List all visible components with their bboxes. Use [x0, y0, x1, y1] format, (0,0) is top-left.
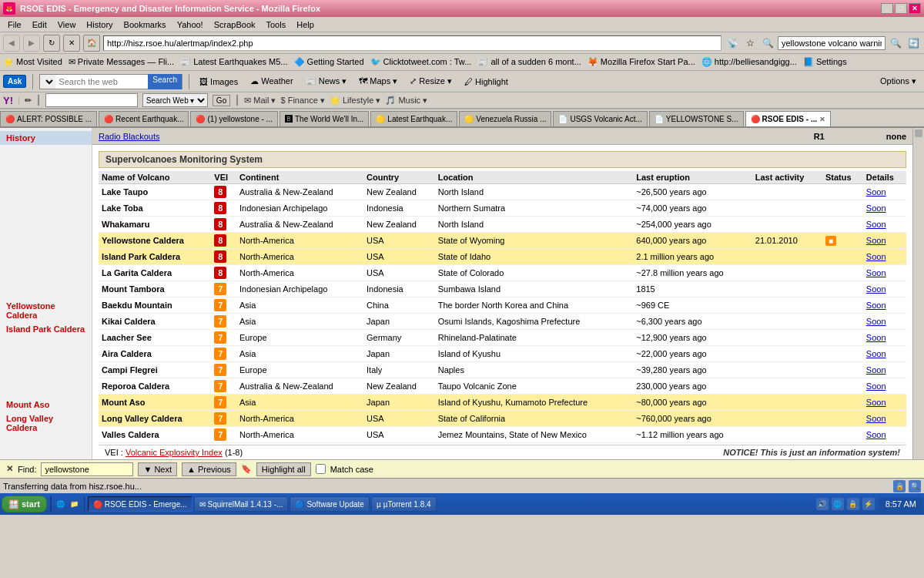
sidebar-item-long-valley[interactable]: Long Valley Caldera [0, 412, 92, 435]
find-match-case-checkbox[interactable] [316, 464, 326, 474]
address-bar[interactable] [103, 35, 721, 51]
ask-button[interactable]: Ask [3, 75, 26, 88]
weather-button[interactable]: ☁ Weather [246, 74, 296, 89]
radio-blackouts-link[interactable]: Radio Blackouts [99, 132, 160, 141]
maps-button[interactable]: 🗺 Maps ▾ [355, 74, 401, 89]
menu-scrapbook[interactable]: ScrapBook [209, 18, 260, 31]
bookmark-clicktotweet[interactable]: 🐦 Clicktotweet.com : Tw... [370, 57, 472, 67]
tab-yellowstone2[interactable]: 📄 YELLOWSTONE S... [649, 111, 744, 126]
bookmark-most-visited[interactable]: ⭐ Most Visited [3, 57, 62, 67]
browser-search-input[interactable] [778, 36, 886, 50]
search-go-icon[interactable]: 🔍 [888, 35, 903, 51]
yahoo-search-input[interactable] [45, 93, 138, 107]
table-row: Aira Caldera 7 Asia Japan Island of Kyus… [99, 346, 906, 362]
forward-button[interactable]: ▶ [23, 35, 40, 52]
tab-venezuela[interactable]: 🟡 Venezuela Russia ... [459, 111, 551, 126]
find-input[interactable] [41, 462, 133, 476]
volcano-country-cell: New Zealand [363, 184, 435, 200]
volcano-location-cell: Island of Kyushu [435, 346, 634, 362]
menu-tools[interactable]: Tools [262, 18, 291, 31]
volcano-details-cell: Soon [863, 378, 906, 395]
rss-icon[interactable]: 📡 [725, 35, 740, 51]
sidebar-item-history[interactable]: History [0, 131, 92, 145]
menu-view[interactable]: View [53, 18, 81, 31]
news-button[interactable]: 📰 News ▾ [302, 74, 351, 89]
tray-icon-3[interactable]: 🔒 [847, 498, 859, 510]
yahoo-go-button[interactable]: Go [213, 95, 230, 106]
yahoo-lifestyle[interactable]: 🌟 Lifestyle ▾ [330, 96, 380, 106]
stop-button[interactable]: ✕ [63, 35, 80, 52]
toolbar-search-button[interactable]: Search [148, 74, 182, 89]
close-button[interactable]: ✕ [909, 3, 921, 14]
tab-latest-eq[interactable]: 🟡 Latest Earthquak... [370, 111, 457, 126]
start-button[interactable]: 🪟 start [2, 496, 47, 512]
volcano-name-cell: Baekdu Mountain [99, 297, 211, 314]
volcano-status-cell [822, 249, 863, 265]
tab-icon-world: 🅱 [285, 115, 293, 123]
scrollbar-thumb[interactable] [915, 129, 922, 137]
menu-edit[interactable]: Edit [28, 18, 52, 31]
options-button[interactable]: Options ▾ [875, 75, 921, 88]
bookmark-private[interactable]: ✉ Private Messages — Fli... [69, 57, 174, 67]
menu-yahoo[interactable]: Yahoo! [172, 18, 208, 31]
taskbar-update-button[interactable]: 🔵 Software Update [290, 496, 370, 512]
menu-history[interactable]: History [82, 18, 117, 31]
tab-close-rsoe[interactable]: ✕ [819, 116, 825, 123]
yahoo-mail[interactable]: ✉ Mail ▾ [244, 96, 276, 106]
tray-icon-1[interactable]: 🔊 [816, 498, 829, 510]
volcano-eruption-cell: ~969 CE [633, 297, 752, 314]
sidebar-item-yellowstone[interactable]: Yellowstone Caldera [0, 299, 92, 322]
tab-usgs[interactable]: 📄 USGS Volcanic Act... [553, 111, 647, 126]
vei-link[interactable]: Volcanic Explosivity Index [126, 448, 223, 457]
search-bar-icon[interactable]: 🔍 [760, 35, 775, 51]
back-button[interactable]: ◀ [3, 35, 20, 52]
tab-world[interactable]: 🅱 The World We'll In... [280, 111, 369, 126]
menu-file[interactable]: File [3, 18, 26, 31]
bookmark-star-icon[interactable]: ☆ [742, 35, 758, 51]
volcano-location-cell: State of Wyoming [435, 233, 634, 249]
taskbar-quick-launch-2[interactable]: 📁 [69, 498, 81, 510]
find-prev-button[interactable]: ▲ Previous [182, 462, 236, 476]
volcano-eruption-cell: ~254,000 years ago [633, 217, 752, 233]
find-next-button[interactable]: ▼ Next [138, 462, 177, 476]
tab-alert[interactable]: 🔴 ALERT: POSSIBLE ... [0, 111, 97, 126]
start-icon: 🪟 [8, 499, 19, 509]
images-button[interactable]: 🖼 Images [196, 75, 242, 89]
reload-button[interactable]: ↻ [43, 35, 60, 52]
volcano-vei-cell: 8 [211, 265, 236, 281]
search-engine-select[interactable] [40, 75, 55, 89]
tray-icon-2[interactable]: 🌐 [832, 498, 844, 510]
home-button[interactable]: 🏠 [83, 35, 100, 52]
taskbar-quick-launch-1[interactable]: 🌐 [55, 498, 67, 510]
tab-earthquakes[interactable]: 🔴 Recent Earthquak... [99, 111, 189, 126]
volcano-status-cell [822, 362, 863, 378]
sidebar-item-mount-aso[interactable]: Mount Aso [0, 398, 92, 412]
find-highlight-button[interactable]: Highlight all [256, 462, 311, 476]
menu-help[interactable]: Help [292, 18, 319, 31]
bookmark-getting-started[interactable]: 🔷 Getting Started [294, 57, 364, 67]
highlight-button[interactable]: 🖊 Highlight [460, 75, 512, 89]
minimize-button[interactable]: _ [881, 3, 893, 14]
tray-icon-4[interactable]: ⚡ [862, 498, 875, 510]
yahoo-music[interactable]: 🎵 Music ▾ [385, 96, 427, 106]
yahoo-finance[interactable]: $ Finance ▾ [280, 96, 324, 106]
maximize-button[interactable]: □ [895, 3, 907, 14]
bookmark-settings[interactable]: 📘 Settings [803, 57, 847, 67]
taskbar-squirrel-button[interactable]: ✉ SquirrelMail 1.4.13 -... [194, 496, 289, 512]
tab-yellowstone[interactable]: 🔴 (1) yellowstone - ... [190, 111, 277, 126]
menu-bookmarks[interactable]: Bookmarks [119, 18, 171, 31]
bookmark-sudden[interactable]: 📰 all of a sudden 6 mont... [477, 57, 581, 67]
sync-icon[interactable]: 🔄 [906, 35, 921, 51]
edit-icon[interactable]: ✏ [25, 96, 32, 106]
bookmark-bellies[interactable]: 🌐 http://belliesandgigg... [701, 57, 797, 67]
tab-rsoe[interactable]: 🔴 RSOE EDIS - ... ✕ [745, 111, 832, 126]
yahoo-search-type[interactable]: Search Web ▾ [142, 93, 208, 107]
taskbar-rsoe-button[interactable]: 🔴 RSOE EDIS - Emerge... [88, 496, 192, 512]
taskbar-torrent-button[interactable]: µ µTorrent 1.8.4 [371, 496, 437, 512]
bookmark-firefox-start[interactable]: 🦊 Mozilla Firefox Start Pa... [588, 57, 695, 67]
resize-button[interactable]: ⤢ Resize ▾ [406, 74, 456, 89]
toolbar-search-input[interactable] [55, 75, 148, 89]
bookmark-earthquakes[interactable]: 📰 Latest Earthquakes M5... [180, 57, 287, 67]
find-close-button[interactable]: ✕ [6, 464, 13, 474]
sidebar-item-island-park[interactable]: Island Park Caldera [0, 322, 92, 336]
